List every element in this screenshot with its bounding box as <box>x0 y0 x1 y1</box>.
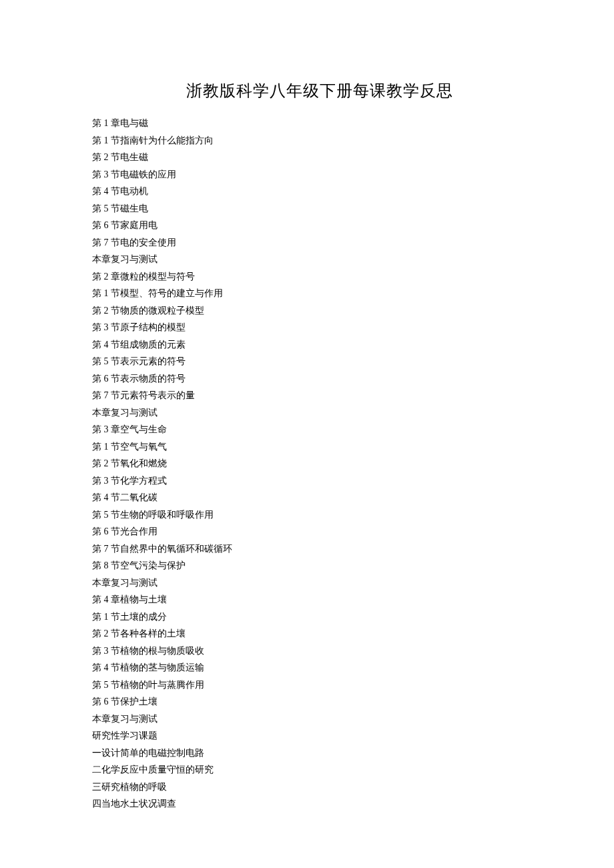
toc-line: 第 8 节空气污染与保护 <box>92 557 547 574</box>
toc-line: 第 4 节植物的茎与物质运输 <box>92 659 547 677</box>
toc-line: 第 6 节表示物质的符号 <box>92 370 547 388</box>
toc-line: 本章复习与测试 <box>92 251 547 268</box>
toc-line: 研究性学习课题 <box>92 727 547 745</box>
toc-line: 本章复习与测试 <box>92 404 547 422</box>
toc-line: 第 7 节电的安全使用 <box>92 234 547 252</box>
toc-line: 第 3 节电磁铁的应用 <box>92 166 547 183</box>
toc-line: 第 3 节植物的根与物质吸收 <box>92 642 547 660</box>
toc-line: 三研究植物的呼吸 <box>92 779 547 796</box>
toc-line: 第 5 节植物的叶与蒸腾作用 <box>92 677 547 694</box>
toc-line: 第 4 节电动机 <box>92 183 547 200</box>
toc-line: 第 5 节表示元素的符号 <box>92 353 547 370</box>
toc-line: 第 2 节物质的微观粒子模型 <box>92 302 547 320</box>
toc-line: 第 2 节氧化和燃烧 <box>92 455 547 472</box>
toc-line: 本章复习与测试 <box>92 711 547 728</box>
toc-line: 第 1 节指南针为什么能指方向 <box>92 132 547 149</box>
toc-line: 四当地水土状况调查 <box>92 795 547 813</box>
toc-line: 第 4 节二氧化碳 <box>92 489 547 506</box>
toc-line: 本章复习与测试 <box>92 574 547 592</box>
toc-line: 第 6 节家庭用电 <box>92 217 547 234</box>
toc-line: 第 5 节生物的呼吸和呼吸作用 <box>92 506 547 524</box>
toc-line: 第 3 章空气与生命 <box>92 421 547 438</box>
toc-line: 第 7 节自然界中的氧循环和碳循环 <box>92 540 547 558</box>
toc-line: 一设计简单的电磁控制电路 <box>92 745 547 762</box>
toc-line: 第 2 章微粒的模型与符号 <box>92 268 547 286</box>
toc-line: 第 5 节磁生电 <box>92 200 547 218</box>
toc-line: 第 1 节土壤的成分 <box>92 608 547 626</box>
toc-line: 第 6 节光合作用 <box>92 523 547 540</box>
toc-line: 第 4 章植物与土壤 <box>92 591 547 608</box>
toc-line: 第 7 节元素符号表示的量 <box>92 387 547 404</box>
toc-line: 第 3 节化学方程式 <box>92 472 547 490</box>
toc-line: 第 3 节原子结构的模型 <box>92 319 547 336</box>
toc-line: 第 2 节各种各样的土壤 <box>92 625 547 642</box>
toc-line: 第 1 节空气与氧气 <box>92 438 547 456</box>
toc-line: 第 1 节模型、符号的建立与作用 <box>92 285 547 302</box>
toc-line: 二化学反应中质量守恒的研究 <box>92 761 547 779</box>
toc-line: 第 2 节电生磁 <box>92 149 547 166</box>
document-title: 浙教版科学八年级下册每课教学反思 <box>92 80 547 101</box>
toc-line: 第 6 节保护土壤 <box>92 693 547 711</box>
toc-line: 第 4 节组成物质的元素 <box>92 336 547 354</box>
table-of-contents: 第 1 章电与磁第 1 节指南针为什么能指方向第 2 节电生磁第 3 节电磁铁的… <box>92 115 547 813</box>
toc-line: 第 1 章电与磁 <box>92 115 547 132</box>
